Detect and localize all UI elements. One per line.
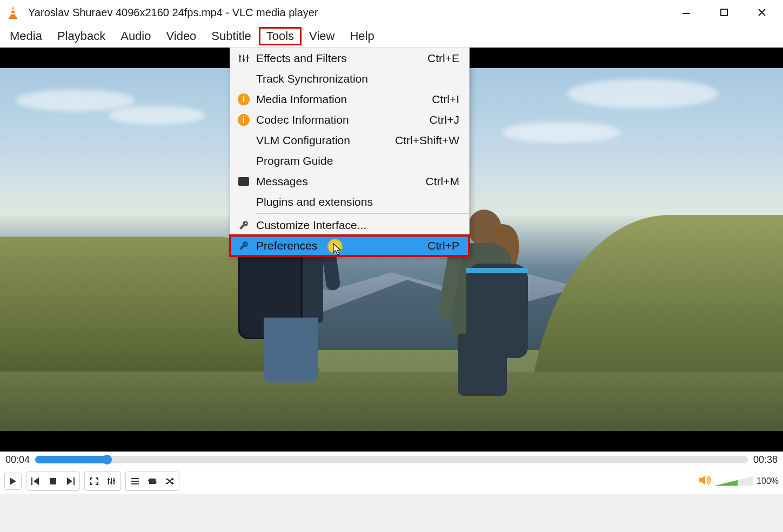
volume-control: 100% <box>699 475 779 487</box>
menu-item-label: Plugins and extensions <box>254 196 459 208</box>
menu-separator <box>256 213 469 214</box>
menu-item-label: Effects and Filters <box>254 52 427 65</box>
volume-label: 100% <box>757 476 779 486</box>
menu-media[interactable]: Media <box>2 27 50 45</box>
menu-item-plugins[interactable]: Plugins and extensions <box>230 192 469 212</box>
wrench-icon <box>233 240 254 251</box>
menu-help[interactable]: Help <box>342 27 382 45</box>
menu-item-customize-interface[interactable]: Customize Interface... <box>230 215 469 235</box>
menu-subtitle[interactable]: Subtitle <box>204 27 258 45</box>
view-group <box>84 472 121 491</box>
sliders-icon <box>233 53 254 63</box>
menu-item-media-info[interactable]: i Media Information Ctrl+I <box>230 89 469 110</box>
menu-item-shortcut: Ctrl+Shift+W <box>395 134 459 147</box>
player-controls: 100% <box>0 468 783 494</box>
volume-slider[interactable] <box>714 476 753 486</box>
loop-button[interactable] <box>144 473 160 489</box>
time-elapsed: 00:04 <box>5 454 30 466</box>
menu-item-track-sync[interactable]: Track Synchronization <box>230 69 469 89</box>
svg-rect-2 <box>11 13 16 15</box>
skip-group <box>26 472 80 491</box>
svg-marker-15 <box>34 477 39 485</box>
menu-item-label: Customize Interface... <box>254 219 459 232</box>
menu-item-codec-info[interactable]: i Codec Information Ctrl+J <box>230 110 469 130</box>
svg-rect-16 <box>50 478 56 484</box>
vlc-cone-icon <box>5 5 21 20</box>
svg-marker-13 <box>10 477 16 485</box>
play-button[interactable] <box>4 473 22 490</box>
playlist-button[interactable] <box>127 473 143 489</box>
menu-item-label: Program Guide <box>254 154 459 167</box>
video-viewport[interactable]: Effects and Filters Ctrl+E Track Synchro… <box>0 48 783 452</box>
minimize-button[interactable] <box>680 6 692 18</box>
menu-item-program-guide[interactable]: Program Guide <box>230 151 469 171</box>
stop-button[interactable] <box>45 473 61 489</box>
wrench-icon <box>233 220 254 231</box>
menu-audio[interactable]: Audio <box>113 27 158 45</box>
menu-item-effects-filters[interactable]: Effects and Filters Ctrl+E <box>230 48 469 69</box>
fullscreen-button[interactable] <box>86 473 102 489</box>
menu-item-label: Track Synchronization <box>254 72 459 85</box>
svg-rect-24 <box>113 480 115 481</box>
menu-bar: Media Playback Audio Video Subtitle Tool… <box>0 25 783 48</box>
svg-rect-12 <box>246 57 249 58</box>
menu-video[interactable]: Video <box>158 27 204 45</box>
svg-rect-1 <box>11 9 15 11</box>
tools-dropdown: Effects and Filters Ctrl+E Track Synchro… <box>230 48 470 257</box>
seek-slider[interactable] <box>35 456 748 463</box>
menu-tools[interactable]: Tools <box>259 27 302 45</box>
cursor-icon <box>333 243 343 256</box>
svg-marker-28 <box>699 475 705 485</box>
svg-rect-23 <box>110 482 112 483</box>
info-icon: i <box>233 114 254 126</box>
svg-rect-10 <box>239 56 241 57</box>
maximize-button[interactable] <box>718 6 730 18</box>
menu-item-shortcut: Ctrl+J <box>430 113 459 126</box>
menu-item-vlm-config[interactable]: VLM Configuration Ctrl+Shift+W <box>230 130 469 151</box>
svg-rect-4 <box>721 9 727 16</box>
menu-item-shortcut: Ctrl+P <box>427 239 459 252</box>
window-title: Yaroslav Shuraev 4096x2160 24fps.mp4 - V… <box>26 6 675 19</box>
menu-item-shortcut: Ctrl+I <box>432 93 459 106</box>
speaker-icon[interactable] <box>699 475 711 487</box>
menu-item-preferences[interactable]: Preferences Ctrl+P <box>230 235 469 256</box>
menu-item-label: Codec Information <box>254 113 430 126</box>
menu-view[interactable]: View <box>302 27 342 45</box>
playlist-group <box>125 472 179 491</box>
extended-settings-button[interactable] <box>103 473 119 489</box>
svg-rect-11 <box>243 59 245 60</box>
svg-rect-14 <box>31 477 32 485</box>
seek-bar-row: 00:04 00:38 <box>0 452 783 468</box>
svg-rect-22 <box>108 479 110 480</box>
menu-item-label: VLM Configuration <box>254 134 395 147</box>
next-button[interactable] <box>62 473 78 489</box>
menu-playback[interactable]: Playback <box>50 27 113 45</box>
window-controls <box>680 6 778 18</box>
menu-item-shortcut: Ctrl+M <box>426 175 459 188</box>
svg-marker-17 <box>67 477 72 485</box>
info-icon: i <box>233 93 254 105</box>
svg-rect-0 <box>9 17 17 19</box>
menu-item-label: Messages <box>254 175 426 188</box>
seek-handle[interactable] <box>102 455 112 464</box>
menu-item-label: Media Information <box>254 93 432 106</box>
menu-item-shortcut: Ctrl+E <box>427 52 459 65</box>
window-titlebar: Yaroslav Shuraev 4096x2160 24fps.mp4 - V… <box>0 0 783 25</box>
svg-rect-18 <box>73 477 75 485</box>
messages-icon <box>233 177 254 186</box>
previous-button[interactable] <box>28 473 44 489</box>
shuffle-button[interactable] <box>162 473 178 489</box>
close-button[interactable] <box>756 6 768 18</box>
seek-fill <box>35 456 106 463</box>
menu-item-messages[interactable]: Messages Ctrl+M <box>230 171 469 192</box>
time-total: 00:38 <box>753 454 778 466</box>
